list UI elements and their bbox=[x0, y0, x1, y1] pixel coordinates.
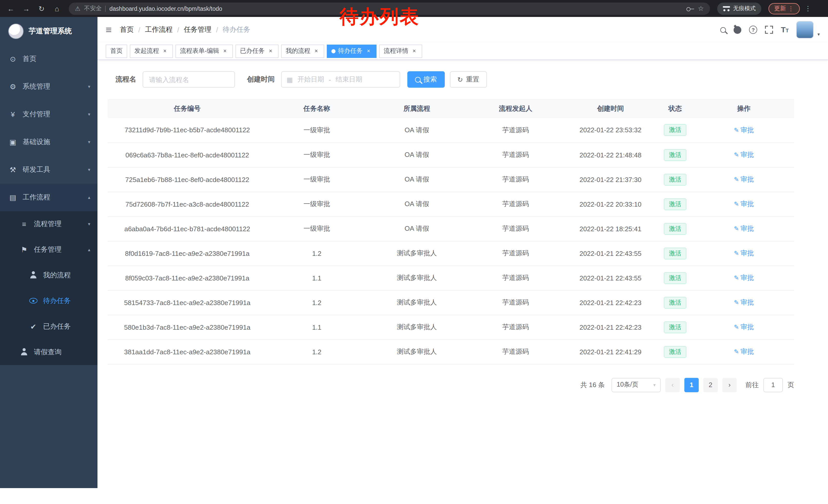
cell-task-id: 73211d9d-7b9b-11ec-b5b7-acde48001122 bbox=[108, 118, 267, 142]
approve-link[interactable]: ✎审批 bbox=[734, 175, 754, 184]
tab-form-editor[interactable]: 流程表单-编辑 × bbox=[175, 44, 233, 58]
browser-reload-icon[interactable]: ↻ bbox=[35, 2, 48, 15]
tab-home[interactable]: 首页 bbox=[106, 44, 127, 58]
tab-todo-tasks[interactable]: 待办任务 × bbox=[327, 44, 377, 58]
github-icon[interactable] bbox=[734, 26, 741, 34]
tab-my-process[interactable]: 我的流程 × bbox=[281, 44, 324, 58]
approve-link[interactable]: ✎审批 bbox=[734, 150, 754, 159]
table-row: 381aa1dd-7ac8-11ec-a9e2-a2380e71991a 1.2… bbox=[108, 339, 794, 364]
cell-initiator: 芋道源码 bbox=[467, 192, 564, 216]
sidebar-item-done-tasks[interactable]: ✔ 已办任务 bbox=[0, 314, 97, 339]
tab-launch-process[interactable]: 发起流程 × bbox=[130, 44, 173, 58]
browser-update-button[interactable]: 更新 ⋮ bbox=[769, 3, 799, 14]
approve-link[interactable]: ✎审批 bbox=[734, 224, 754, 233]
cell-task-id: 580e1b3d-7ac8-11ec-a9e2-a2380e71991a bbox=[108, 315, 267, 339]
approve-link[interactable]: ✎审批 bbox=[734, 249, 754, 258]
sidebar-item-todo-tasks[interactable]: 待办任务 bbox=[0, 288, 97, 314]
close-icon[interactable]: × bbox=[222, 48, 228, 54]
cell-process: 测试多审批人 bbox=[367, 241, 467, 266]
edit-icon: ✎ bbox=[734, 274, 739, 281]
cell-initiator: 芋道源码 bbox=[467, 290, 564, 315]
reset-button[interactable]: ↻ 重置 bbox=[450, 71, 487, 88]
chevron-up-icon: ▴ bbox=[88, 247, 90, 252]
close-icon[interactable]: × bbox=[411, 48, 418, 54]
sidebar-item-leave-query[interactable]: 请假查询 bbox=[0, 339, 97, 365]
avatar-caret-icon[interactable]: ▾ bbox=[818, 32, 820, 37]
approve-link[interactable]: ✎审批 bbox=[734, 126, 754, 135]
col-initiator: 流程发起人 bbox=[467, 99, 564, 118]
todo-task-table: 任务编号 任务名称 所属流程 流程发起人 创建时间 状态 操作 73211d9d… bbox=[108, 99, 794, 364]
breadcrumb-home[interactable]: 首页 bbox=[120, 25, 134, 34]
goto-page-input[interactable] bbox=[763, 378, 783, 392]
date-range-picker[interactable]: ▦ 开始日期 - 结束日期 bbox=[281, 71, 400, 88]
browser-home-icon[interactable]: ⌂ bbox=[50, 2, 64, 15]
table-row: 725a1eb6-7b88-11ec-8ef0-acde48001122 一级审… bbox=[108, 167, 794, 192]
close-icon[interactable]: × bbox=[162, 48, 168, 54]
logo-avatar bbox=[8, 23, 24, 39]
page-button-2[interactable]: 2 bbox=[703, 378, 718, 392]
approve-link[interactable]: ✎审批 bbox=[734, 347, 754, 356]
warning-icon: ⚠ bbox=[75, 5, 81, 12]
cell-create-time: 2022-01-21 22:41:29 bbox=[564, 339, 657, 364]
breadcrumb-current: 待办任务 bbox=[223, 25, 250, 34]
edit-icon: ✎ bbox=[734, 348, 739, 355]
main-area: ≡ 首页 工作流程 任务管理 待办任务 TT bbox=[97, 17, 828, 488]
status-badge: 激活 bbox=[664, 198, 687, 210]
sidebar-item-system[interactable]: ⚙ 系统管理 ▾ bbox=[0, 73, 97, 100]
table-row: 8f0d1619-7ac8-11ec-a9e2-a2380e71991a 1.2… bbox=[108, 241, 794, 266]
tab-done-tasks[interactable]: 已办任务 × bbox=[236, 44, 279, 58]
page-button-1[interactable]: 1 bbox=[685, 378, 699, 392]
close-icon[interactable]: × bbox=[267, 48, 274, 54]
process-name-input[interactable] bbox=[142, 71, 235, 88]
list-icon: ≡ bbox=[19, 220, 29, 228]
bookmark-star-icon[interactable]: ☆ bbox=[698, 5, 704, 12]
workflow-icon: ▤ bbox=[8, 193, 17, 201]
sidebar-item-home[interactable]: ⊙ 首页 bbox=[0, 45, 97, 73]
breadcrumb-task-mgmt[interactable]: 任务管理 bbox=[184, 25, 211, 34]
edit-icon: ✎ bbox=[734, 176, 739, 183]
chevron-down-icon: ▾ bbox=[88, 139, 90, 145]
prev-page-button[interactable]: ‹ bbox=[665, 378, 680, 392]
next-page-button[interactable]: › bbox=[722, 378, 737, 392]
chevron-down-icon: ▾ bbox=[88, 167, 90, 172]
cell-process: 测试多审批人 bbox=[367, 266, 467, 290]
app-logo[interactable]: 芋道管理系统 bbox=[0, 17, 97, 45]
password-key-icon[interactable] bbox=[687, 5, 694, 12]
user-avatar[interactable] bbox=[796, 21, 814, 39]
cell-task-name: 一级审批 bbox=[267, 142, 367, 167]
help-icon[interactable] bbox=[749, 26, 757, 34]
font-size-icon[interactable]: TT bbox=[781, 26, 789, 34]
close-icon[interactable]: × bbox=[313, 48, 320, 54]
fullscreen-icon[interactable] bbox=[765, 26, 773, 34]
search-icon[interactable] bbox=[720, 27, 726, 33]
cell-process: OA 请假 bbox=[367, 167, 467, 192]
browser-back-icon[interactable]: ← bbox=[4, 2, 17, 15]
sidebar-collapse-icon[interactable]: ≡ bbox=[106, 25, 112, 35]
approve-link[interactable]: ✎审批 bbox=[734, 273, 754, 282]
sidebar-item-devtools[interactable]: ⚒ 研发工具 ▾ bbox=[0, 156, 97, 184]
browser-forward-icon[interactable]: → bbox=[19, 2, 33, 15]
cell-process: 测试多审批人 bbox=[367, 315, 467, 339]
approve-link[interactable]: ✎审批 bbox=[734, 298, 754, 307]
approve-link[interactable]: ✎审批 bbox=[734, 199, 754, 209]
cell-create-time: 2022-01-22 21:37:30 bbox=[564, 167, 657, 192]
search-icon bbox=[415, 77, 420, 82]
eye-icon bbox=[29, 297, 38, 305]
cell-task-id: 069c6a63-7b8a-11ec-8ef0-acde48001122 bbox=[108, 142, 267, 167]
browser-menu-icon[interactable]: ⋮ bbox=[805, 5, 811, 12]
sidebar-item-process-mgmt[interactable]: ≡ 流程管理 ▾ bbox=[0, 211, 97, 237]
tab-process-detail[interactable]: 流程详情 × bbox=[379, 44, 422, 58]
page-size-select[interactable]: 10条/页 ▾ bbox=[612, 378, 661, 392]
close-icon[interactable]: × bbox=[365, 48, 372, 54]
sidebar-item-my-process[interactable]: 我的流程 bbox=[0, 263, 97, 288]
approve-link[interactable]: ✎审批 bbox=[734, 322, 754, 332]
sidebar-item-workflow[interactable]: ▤ 工作流程 ▴ bbox=[0, 184, 97, 211]
sidebar-item-infrastructure[interactable]: ▣ 基础设施 ▾ bbox=[0, 128, 97, 156]
search-button[interactable]: 搜索 bbox=[407, 71, 445, 88]
breadcrumb-separator bbox=[138, 26, 140, 34]
top-navbar: ≡ 首页 工作流程 任务管理 待办任务 TT bbox=[97, 17, 828, 43]
breadcrumb-workflow[interactable]: 工作流程 bbox=[145, 25, 173, 34]
sidebar-item-payment[interactable]: ¥ 支付管理 ▾ bbox=[0, 100, 97, 128]
cell-process: OA 请假 bbox=[367, 118, 467, 142]
sidebar-item-task-mgmt[interactable]: ⚑ 任务管理 ▴ bbox=[0, 237, 97, 263]
